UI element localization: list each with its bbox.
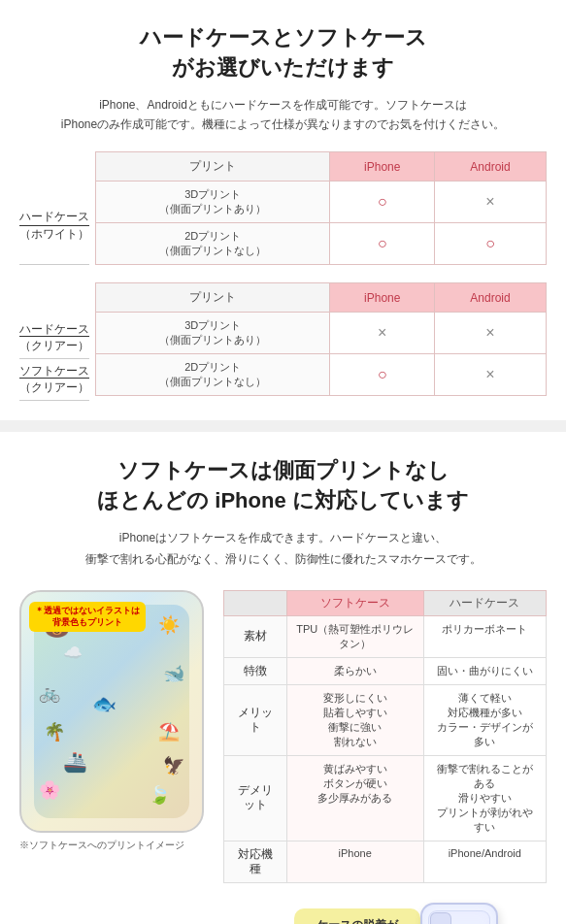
table1-row-headers: ハードケース（ホワイト） xyxy=(19,151,95,265)
table2-side-labels: ハードケース（クリアー） ソフトケース（クリアー） xyxy=(19,282,95,400)
android-2d-clear: × xyxy=(435,354,547,396)
comp-row-demerit: デメリット 黄ばみやすいボタンが硬い多少厚みがある 衝撃で割れることがある滑りや… xyxy=(224,755,547,841)
phone-image-col: ＊透過ではないイラストは背景色もプリント 🐻 ☀️ ☁️ 🐋 🚲 🐟 🌴 ⛱️ … xyxy=(19,590,214,852)
comparison-area: ＊透過ではないイラストは背景色もプリント 🐻 ☀️ ☁️ 🐋 🚲 🐟 🌴 ⛱️ … xyxy=(19,590,547,883)
col-iphone-1: iPhone xyxy=(330,152,435,182)
section1-title: ハードケースとソフトケースがお選びいただけます xyxy=(19,23,547,83)
comp-soft-feature: 柔らかい xyxy=(286,657,423,684)
phone-inner: 🐻 ☀️ ☁️ 🐋 🚲 🐟 🌴 ⛱️ 🚢 🦅 🌸 🍃 xyxy=(34,605,189,818)
section1-desc: iPhone、Androidともにハードケースを作成可能です。ソフトケースはiP… xyxy=(19,95,547,135)
table-row: 2Dプリント（側面プリントなし） ○ × xyxy=(96,354,547,396)
camera-cutout xyxy=(430,912,451,924)
col-android-1: Android xyxy=(435,152,547,182)
side-label-hard-clear: ハードケース（クリアー） xyxy=(19,317,89,359)
sticker-ship: 🚢 xyxy=(63,750,87,774)
comp-row-feature: 特徴 柔らかい 固い・曲がりにくい xyxy=(224,657,547,684)
comp-hard-material: ポリカーボネート xyxy=(423,615,546,657)
sticker-cloud: ☁️ xyxy=(63,644,83,662)
comp-label-feature: 特徴 xyxy=(224,657,287,684)
comp-row-device: 対応機種 iPhone iPhone/Android xyxy=(224,841,547,882)
table2: プリント iPhone Android 3Dプリント（側面プリントあり） × ×… xyxy=(95,282,547,396)
table1-wrap: ハードケース（ホワイト） プリント iPhone Android 3Dプリント（… xyxy=(19,151,547,265)
iphone-3d-clear: × xyxy=(330,313,435,354)
section1: ハードケースとソフトケースがお選びいただけます iPhone、Androidとも… xyxy=(0,0,566,420)
comp-hard-demerit: 衝撃で割れることがある滑りやすいプリントが剥がれやすい xyxy=(423,755,546,841)
sticker-container: 🐻 ☀️ ☁️ 🐋 🚲 🐟 🌴 ⛱️ 🚢 🦅 🌸 🍃 xyxy=(34,605,189,818)
clear-case-area xyxy=(420,903,547,924)
section2-desc: iPhoneはソフトケースを作成できます。ハードケースと違い、衝撃で割れる心配が… xyxy=(19,528,547,570)
comp-label-demerit: デメリット xyxy=(224,755,287,841)
table-row: 2Dプリント（側面プリントなし） ○ ○ xyxy=(96,223,547,265)
comp-label-merit: メリット xyxy=(224,684,287,755)
sticker-fish: 🐟 xyxy=(92,692,117,715)
sticker-bike: 🚲 xyxy=(39,682,60,704)
phone-note: ※ソフトケースへのプリントイメージ xyxy=(19,839,214,852)
row-header-hard-white: ハードケース（ホワイト） xyxy=(19,187,89,265)
android-2d-white: ○ xyxy=(435,223,547,265)
comp-row-merit: メリット 変形しにくい貼着しやすい衝撃に強い割れない 薄くて軽い対応機種が多いカ… xyxy=(224,684,547,755)
comp-table-wrap: ソフトケース ハードケース 素材 TPU（熱可塑性ポリウレタン） ポリカーボネー… xyxy=(223,590,547,883)
sticker-whale: 🐋 xyxy=(163,663,184,684)
section-divider xyxy=(0,420,566,432)
col-print-2: プリント xyxy=(96,283,330,313)
comp-col-hard: ハードケース xyxy=(423,590,546,615)
android-3d-white: × xyxy=(435,182,547,223)
print-label-3d: 3Dプリント（側面プリントあり） xyxy=(96,182,330,223)
table-row: 3Dプリント（側面プリントあり） × × xyxy=(96,313,547,354)
comp-col-empty xyxy=(224,590,287,615)
iphone-2d-white: ○ xyxy=(330,223,435,265)
table1: プリント iPhone Android 3Dプリント（側面プリントあり） ○ ×… xyxy=(95,151,547,265)
comp-hard-feature: 固い・曲がりにくい xyxy=(423,657,546,684)
comp-table: ソフトケース ハードケース 素材 TPU（熱可塑性ポリウレタン） ポリカーボネー… xyxy=(223,590,547,883)
iphone-3d-white: ○ xyxy=(330,182,435,223)
bottom-area: ケースの脱着が苦手な方におすすめ。 xyxy=(19,893,547,924)
comp-hard-device: iPhone/Android xyxy=(423,841,546,882)
print-label-2d: 2Dプリント（側面プリントなし） xyxy=(96,223,330,265)
table2-wrap: ハードケース（クリアー） ソフトケース（クリアー） プリント iPhone An… xyxy=(19,282,547,400)
comp-soft-demerit: 黄ばみやすいボタンが硬い多少厚みがある xyxy=(286,755,423,841)
sticker-flower: 🌸 xyxy=(39,779,60,801)
sticker-bird: 🦅 xyxy=(163,755,184,776)
row-header-spacer xyxy=(19,152,89,187)
comp-col-soft: ソフトケース xyxy=(286,590,423,615)
comp-row-material: 素材 TPU（熱可塑性ポリウレタン） ポリカーボネート xyxy=(224,615,547,657)
sticker-tree: 🌴 xyxy=(44,721,65,742)
comp-soft-material: TPU（熱可塑性ポリウレタン） xyxy=(286,615,423,657)
section2: ソフトケースは側面プリントなしほとんどの iPhone に対応しています iPh… xyxy=(0,432,566,924)
print-label-2d-clear: 2Dプリント（側面プリントなし） xyxy=(96,354,330,396)
iphone-2d-clear: ○ xyxy=(330,354,435,396)
sticker-umbrella: ⛱️ xyxy=(158,721,180,742)
print-label-3d-clear: 3Dプリント（側面プリントあり） xyxy=(96,313,330,354)
sticker-leaf: 🍃 xyxy=(149,784,170,806)
phone-label: ＊透過ではないイラストは背景色もプリント xyxy=(29,602,146,632)
comp-soft-device: iPhone xyxy=(286,841,423,882)
col-print: プリント xyxy=(96,152,330,182)
col-android-2: Android xyxy=(435,283,547,313)
side-label-soft-clear: ソフトケース（クリアー） xyxy=(19,359,89,401)
col-iphone-2: iPhone xyxy=(330,283,435,313)
sticker-sun: ☀️ xyxy=(158,614,180,636)
comp-soft-merit: 変形しにくい貼着しやすい衝撃に強い割れない xyxy=(286,684,423,755)
comp-label-device: 対応機種 xyxy=(224,841,287,882)
speech-bubble: ケースの脱着が苦手な方におすすめ。 xyxy=(294,908,420,924)
table-row: 3Dプリント（側面プリントあり） ○ × xyxy=(96,182,547,223)
comp-hard-merit: 薄くて軽い対応機種が多いカラー・デザインが多い xyxy=(423,684,546,755)
clear-case-render xyxy=(420,903,498,924)
section2-title: ソフトケースは側面プリントなしほとんどの iPhone に対応しています xyxy=(19,455,547,517)
android-3d-clear: × xyxy=(435,313,547,354)
comp-label-material: 素材 xyxy=(224,615,287,657)
phone-mockup: ＊透過ではないイラストは背景色もプリント 🐻 ☀️ ☁️ 🐋 🚲 🐟 🌴 ⛱️ … xyxy=(19,590,204,833)
